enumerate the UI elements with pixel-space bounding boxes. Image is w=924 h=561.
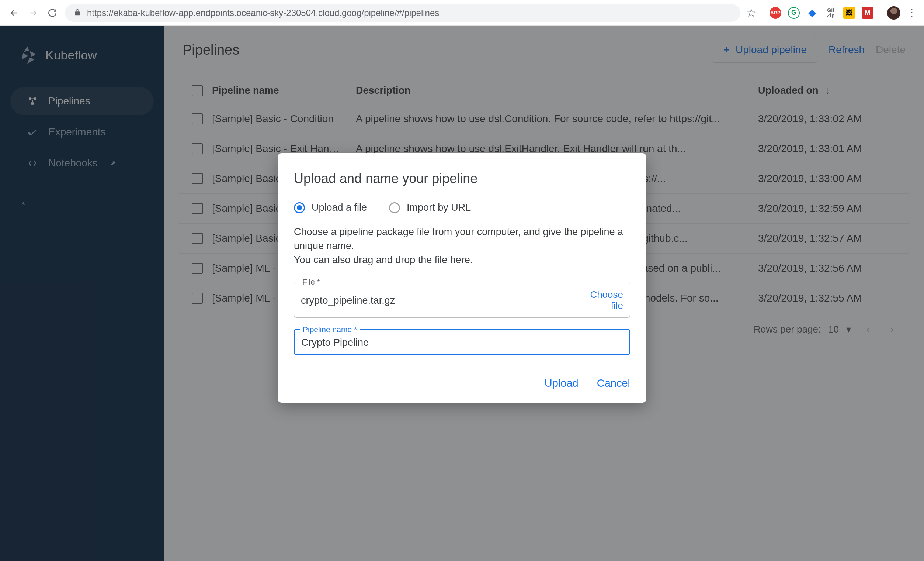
dialog-cancel-button[interactable]: Cancel [597,377,630,390]
extension-icons: ABP G ◆ GitZip 🖼 M ⋮ [770,6,916,20]
pipeline-name-input[interactable] [301,337,623,348]
extension-separator [880,7,880,19]
upload-pipeline-dialog: Upload and name your pipeline Upload a f… [278,153,646,403]
forward-button[interactable] [27,6,40,20]
gitzip-extension-icon[interactable]: GitZip [825,7,837,19]
choose-file-button[interactable]: Choosefile [590,289,623,311]
pipeline-name-label: Pipeline name * [300,325,360,334]
reload-button[interactable] [46,6,59,20]
url-text: https://ekaba-kubeflow-app.endpoints.oce… [87,8,439,18]
grammarly-extension-icon[interactable]: G [788,7,800,19]
browser-menu-icon[interactable]: ⋮ [907,7,916,18]
radio-upload-file[interactable]: Upload a file [294,202,367,213]
profile-avatar[interactable] [887,6,900,20]
dialog-help-text: Choose a pipeline package file from your… [294,225,630,267]
radio-icon [294,202,305,213]
diamond-extension-icon[interactable]: ◆ [806,7,818,19]
radio-import-url[interactable]: Import by URL [389,202,471,213]
mendeley-extension-icon[interactable]: M [862,7,873,19]
star-icon[interactable]: ☆ [746,6,756,19]
radio-label: Upload a file [312,202,367,213]
picture-extension-icon[interactable]: 🖼 [843,7,855,19]
dialog-upload-button[interactable]: Upload [544,377,579,390]
back-button[interactable] [8,6,21,20]
browser-toolbar: https://ekaba-kubeflow-app.endpoints.oce… [0,0,924,26]
dialog-actions: Upload Cancel [294,377,630,390]
modal-overlay[interactable]: Upload and name your pipeline Upload a f… [0,26,924,561]
upload-mode-radio-group: Upload a file Import by URL [294,202,630,213]
address-bar[interactable]: https://ekaba-kubeflow-app.endpoints.oce… [65,4,740,22]
radio-label: Import by URL [407,202,471,213]
file-field-label: File * [299,278,323,286]
file-input[interactable] [301,295,590,306]
abp-extension-icon[interactable]: ABP [770,7,781,19]
file-field[interactable]: File * Choosefile [294,281,630,318]
dialog-title: Upload and name your pipeline [294,171,630,186]
radio-icon [389,202,400,213]
pipeline-name-field[interactable]: Pipeline name * [294,329,630,355]
lock-icon [74,8,81,18]
